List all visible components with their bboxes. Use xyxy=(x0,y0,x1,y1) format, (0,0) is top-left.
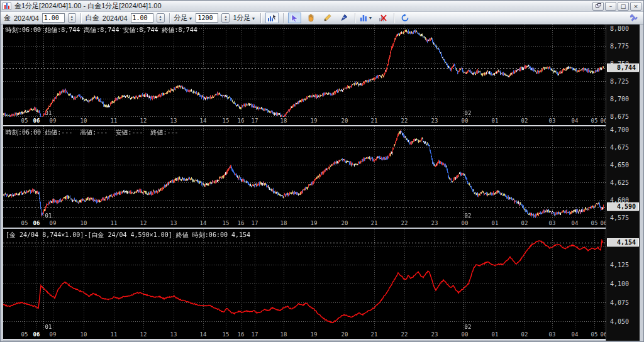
x-axis-label: 01 xyxy=(487,331,502,338)
x-axis-label: 02 xyxy=(517,220,532,226)
pen-icon xyxy=(340,14,348,22)
x-axis-label: 21 xyxy=(367,331,382,338)
window-title: 金1分足[2024/04]1.00 - 白金1分足[2024/04]1.00 xyxy=(14,1,589,11)
x-axis-label: 20 xyxy=(337,331,352,338)
gold-month-label: 2024/04 xyxy=(14,14,39,22)
interval-combo[interactable]: 1分足▼ xyxy=(233,13,255,23)
x-axis-label: 12 xyxy=(136,331,151,338)
draw-tool-button[interactable] xyxy=(321,13,334,23)
annotate-tool-button[interactable] xyxy=(337,13,350,23)
pointer-icon xyxy=(291,14,299,22)
pointer-tool-button[interactable] xyxy=(288,13,301,23)
chart-area: 時刻:06:00 始値:8,744 高値:8,744 安値:8,744 終値:8… xyxy=(3,25,640,341)
x-axis-label: 20 xyxy=(337,118,352,124)
x-axis-label: 06 xyxy=(29,118,44,124)
cascade-icon xyxy=(596,3,601,8)
y-axis-label: 4,050 xyxy=(610,318,629,325)
x-axis-label: 23 xyxy=(427,331,442,338)
x-axis-label: 00 xyxy=(457,118,472,124)
minimize-button[interactable]: – xyxy=(605,2,616,11)
x-axis-label: 04 xyxy=(567,118,582,124)
x-axis-label: 11 xyxy=(106,331,121,338)
refresh-button[interactable] xyxy=(399,13,412,23)
chart-type-button[interactable]: ▼ xyxy=(360,13,373,23)
x-axis-label: 10 xyxy=(76,118,91,124)
hand-icon xyxy=(307,14,315,22)
bar-count-input[interactable]: 1200 xyxy=(196,13,218,23)
x-axis-label: 13 xyxy=(166,118,181,124)
y-axis-label: 4,650 xyxy=(610,162,629,168)
chevron-down-icon: ▼ xyxy=(252,16,256,21)
x-axis-label: 14 xyxy=(196,220,211,226)
toolbar-separator xyxy=(80,13,81,23)
chevron-down-icon: ▼ xyxy=(369,16,373,20)
x-axis-label: 03 xyxy=(545,118,560,124)
chart-select-icon xyxy=(267,14,277,22)
x-axis-label: 18 xyxy=(276,118,291,124)
toolbar: 金 2024/04 1.00 ▲▼ 白金 2024/04 1.00 ▲▼ 分足▼… xyxy=(1,12,643,25)
spread-line-plot[interactable] xyxy=(3,229,606,331)
x-axis-label: 06 xyxy=(596,331,606,338)
x-axis-label: 22 xyxy=(397,331,412,338)
window-controls: – □ × xyxy=(592,2,641,11)
x-axis-label: 16 xyxy=(233,220,248,226)
x-axis-label: 11 xyxy=(106,118,121,124)
x-axis-label: 22 xyxy=(397,220,412,226)
x-axis-label: 16 xyxy=(233,331,248,338)
cascade-button[interactable] xyxy=(592,2,604,11)
clear-chart-button[interactable] xyxy=(376,13,389,23)
x-axis-label: 20 xyxy=(337,220,352,226)
pan-tool-button[interactable] xyxy=(304,13,318,23)
x-axis-label: 13 xyxy=(166,331,181,338)
toolbar-separator xyxy=(260,13,261,23)
x-axis-label: 15 xyxy=(218,220,233,226)
maximize-button[interactable]: □ xyxy=(618,2,629,11)
x-axis-label: 12 xyxy=(136,118,151,124)
gold-multiplier-spinner[interactable]: ▲▼ xyxy=(68,13,76,23)
y-axis-label: 4,125 xyxy=(610,262,629,268)
x-axis-label: 13 xyxy=(166,220,181,226)
price-axis-column[interactable]: 8,8008,7758,7508,7258,7008,6758,7444,700… xyxy=(606,25,640,341)
x-axis-label: 04 xyxy=(567,220,582,226)
x-axis-label: 00 xyxy=(457,331,472,338)
y-axis-label: 8,800 xyxy=(610,25,629,32)
x-axis-label: 19 xyxy=(306,220,321,226)
settings-button[interactable] xyxy=(627,13,640,23)
x-axis-label: 04 xyxy=(567,331,582,338)
x-axis-label: 09 xyxy=(45,331,60,338)
x-axis-label: 06 xyxy=(29,331,44,338)
x-axis-label: 02 xyxy=(517,118,532,124)
close-button[interactable]: × xyxy=(630,2,641,11)
y-axis-label: 8,675 xyxy=(610,113,629,120)
toolbar-separator xyxy=(355,13,355,23)
chart-select-button[interactable] xyxy=(265,13,279,23)
bar-type-combo[interactable]: 分足▼ xyxy=(174,13,193,23)
bar-count-spinner[interactable]: ▲▼ xyxy=(221,13,230,23)
x-axis-label: 03 xyxy=(545,220,560,226)
x-axis-label: 14 xyxy=(196,118,211,124)
x-axis-label: 06 xyxy=(596,118,606,124)
x-axis-label: 19 xyxy=(306,331,321,338)
x-axis-label: 21 xyxy=(367,220,382,226)
gold-candles-plot[interactable] xyxy=(3,25,606,117)
x-axis-label: 17 xyxy=(247,118,262,124)
x-axis-label: 22 xyxy=(397,118,412,124)
y-axis-label: 8,725 xyxy=(610,78,629,85)
y-axis-label: 4,625 xyxy=(610,179,629,186)
gold-x-axis: 0506091011121314151617181920212223000102… xyxy=(3,117,606,125)
toolbar-separator xyxy=(169,13,170,23)
platinum-multiplier-spinner[interactable]: ▲▼ xyxy=(157,13,165,23)
toolbar-separator xyxy=(394,13,394,23)
titlebar: 金1分足[2024/04]1.00 - 白金1分足[2024/04]1.00 –… xyxy=(1,1,643,12)
x-axis-label: 10 xyxy=(76,331,91,338)
bar-chart-icon xyxy=(360,14,368,22)
toolbar-separator xyxy=(283,13,284,23)
platinum-multiplier-input[interactable]: 1.00 xyxy=(131,13,153,23)
x-axis-label: 14 xyxy=(196,331,211,338)
platinum-candles-plot[interactable] xyxy=(3,126,606,219)
x-axis-label: 09 xyxy=(45,220,60,226)
y-axis-label: 8,700 xyxy=(610,96,629,102)
y-axis-label: 4,675 xyxy=(610,144,629,151)
gold-multiplier-input[interactable]: 1.00 xyxy=(42,13,65,23)
x-axis-label: 23 xyxy=(427,220,442,226)
